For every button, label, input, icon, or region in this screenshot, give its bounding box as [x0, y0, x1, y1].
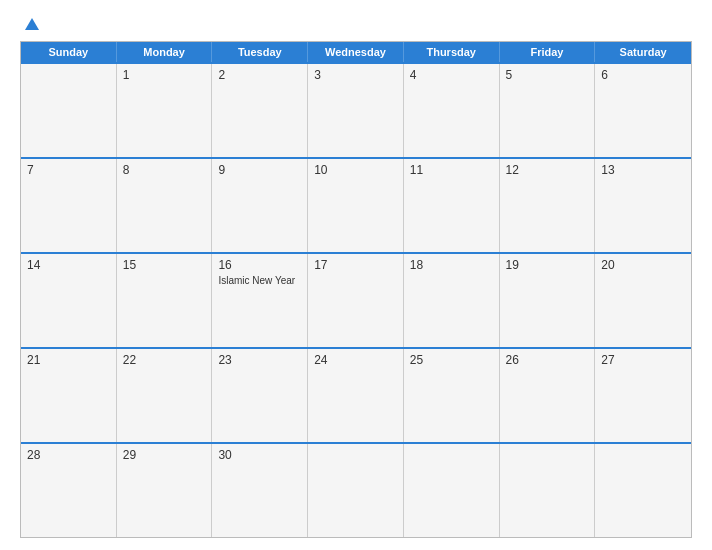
cal-week: 123456: [21, 62, 691, 157]
cal-cell: 15: [117, 254, 213, 347]
cal-cell: 1: [117, 64, 213, 157]
day-number: 5: [506, 68, 589, 82]
day-number: 21: [27, 353, 110, 367]
day-number: 11: [410, 163, 493, 177]
cal-cell: [500, 444, 596, 537]
cal-header-cell: Sunday: [21, 42, 117, 62]
day-number: 10: [314, 163, 397, 177]
cal-header-cell: Tuesday: [212, 42, 308, 62]
cal-cell: 17: [308, 254, 404, 347]
day-number: 25: [410, 353, 493, 367]
day-number: 13: [601, 163, 685, 177]
cal-cell: 3: [308, 64, 404, 157]
cal-cell: 24: [308, 349, 404, 442]
cal-cell: 14: [21, 254, 117, 347]
day-number: 8: [123, 163, 206, 177]
calendar-header-row: SundayMondayTuesdayWednesdayThursdayFrid…: [21, 42, 691, 62]
page: SundayMondayTuesdayWednesdayThursdayFrid…: [0, 0, 712, 550]
day-number: 16: [218, 258, 301, 272]
header: [20, 18, 692, 31]
cal-cell: 13: [595, 159, 691, 252]
cal-cell: 9: [212, 159, 308, 252]
cal-cell: [308, 444, 404, 537]
day-number: 24: [314, 353, 397, 367]
cal-cell: 18: [404, 254, 500, 347]
cal-header-cell: Monday: [117, 42, 213, 62]
cal-cell: 29: [117, 444, 213, 537]
cal-cell: 27: [595, 349, 691, 442]
cal-cell: 5: [500, 64, 596, 157]
cal-cell: 21: [21, 349, 117, 442]
cal-cell: 23: [212, 349, 308, 442]
cal-week: 141516Islamic New Year17181920: [21, 252, 691, 347]
day-number: 7: [27, 163, 110, 177]
cal-cell: 22: [117, 349, 213, 442]
day-number: 15: [123, 258, 206, 272]
day-number: 28: [27, 448, 110, 462]
cal-cell: 19: [500, 254, 596, 347]
cal-header-cell: Wednesday: [308, 42, 404, 62]
day-number: 14: [27, 258, 110, 272]
calendar: SundayMondayTuesdayWednesdayThursdayFrid…: [20, 41, 692, 538]
cal-cell: 8: [117, 159, 213, 252]
cal-week: 282930: [21, 442, 691, 537]
cal-cell: 2: [212, 64, 308, 157]
cal-cell: 4: [404, 64, 500, 157]
day-number: 22: [123, 353, 206, 367]
day-number: 3: [314, 68, 397, 82]
day-number: 23: [218, 353, 301, 367]
cal-cell: [404, 444, 500, 537]
cal-cell: 26: [500, 349, 596, 442]
event-label: Islamic New Year: [218, 274, 301, 287]
day-number: 6: [601, 68, 685, 82]
cal-header-cell: Thursday: [404, 42, 500, 62]
day-number: 27: [601, 353, 685, 367]
cal-cell: [21, 64, 117, 157]
day-number: 20: [601, 258, 685, 272]
logo-triangle-icon: [25, 18, 39, 30]
cal-cell: 25: [404, 349, 500, 442]
cal-header-cell: Saturday: [595, 42, 691, 62]
day-number: 30: [218, 448, 301, 462]
cal-cell: 30: [212, 444, 308, 537]
day-number: 18: [410, 258, 493, 272]
day-number: 26: [506, 353, 589, 367]
cal-header-cell: Friday: [500, 42, 596, 62]
cal-cell: 20: [595, 254, 691, 347]
cal-cell: 7: [21, 159, 117, 252]
cal-cell: 16Islamic New Year: [212, 254, 308, 347]
logo: [20, 18, 39, 31]
day-number: 29: [123, 448, 206, 462]
cal-cell: 11: [404, 159, 500, 252]
cal-cell: 6: [595, 64, 691, 157]
cal-cell: 28: [21, 444, 117, 537]
day-number: 12: [506, 163, 589, 177]
cal-week: 21222324252627: [21, 347, 691, 442]
cal-cell: [595, 444, 691, 537]
day-number: 1: [123, 68, 206, 82]
day-number: 17: [314, 258, 397, 272]
cal-cell: 10: [308, 159, 404, 252]
day-number: 2: [218, 68, 301, 82]
day-number: 19: [506, 258, 589, 272]
cal-cell: 12: [500, 159, 596, 252]
calendar-body: 12345678910111213141516Islamic New Year1…: [21, 62, 691, 537]
day-number: 9: [218, 163, 301, 177]
day-number: 4: [410, 68, 493, 82]
cal-week: 78910111213: [21, 157, 691, 252]
